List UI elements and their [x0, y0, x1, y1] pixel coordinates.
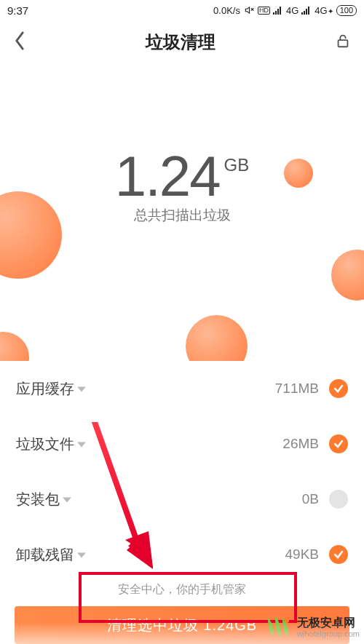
hero-subtitle: 总共扫描出垃圾 [0, 206, 364, 225]
row-size: 26MB [282, 436, 319, 452]
status-right: 0.0K/s HD 4G 4G✦ 100 [213, 5, 357, 16]
row-checkbox[interactable] [329, 490, 348, 509]
check-icon [333, 549, 344, 560]
status-bar: 9:37 0.0K/s HD 4G 4G✦ 100 [0, 0, 364, 20]
battery-icon: 100 [336, 5, 357, 16]
row-size: 711MB [275, 381, 319, 397]
svg-rect-3 [275, 11, 277, 15]
watermark: 无极安卓网 wjhotelgroup.com [264, 615, 360, 640]
chevron-left-icon [13, 31, 26, 51]
row-checkbox[interactable] [329, 545, 348, 564]
row-label: 卸载残留 [16, 545, 74, 565]
svg-rect-5 [280, 7, 281, 15]
category-row-residual[interactable]: 卸载残留 49KB [0, 527, 364, 582]
caret-down-icon [77, 386, 86, 393]
app-header: 垃圾清理 [0, 20, 364, 64]
signal-icon-2 [301, 6, 312, 15]
svg-marker-13 [63, 497, 71, 502]
row-size: 0B [302, 491, 319, 507]
junk-size-unit: GB [224, 155, 250, 175]
back-button[interactable] [13, 31, 26, 54]
footer-hint: 安全中心，你的手机管家 [0, 582, 364, 597]
svg-marker-14 [77, 552, 86, 557]
header-action-button[interactable] [335, 32, 351, 52]
svg-rect-2 [273, 12, 274, 15]
row-label: 垃圾文件 [16, 434, 74, 454]
category-row-app-cache[interactable]: 应用缓存 711MB [0, 361, 364, 416]
watermark-url: wjhotelgroup.com [297, 629, 360, 638]
row-label: 应用缓存 [16, 379, 74, 399]
page-title: 垃圾清理 [26, 31, 335, 54]
watermark-title: 无极安卓网 [297, 616, 360, 629]
row-size: 49KB [285, 546, 319, 562]
junk-size-value: 1.24 [115, 148, 220, 204]
svg-rect-9 [308, 7, 309, 15]
status-time: 9:37 [7, 4, 28, 17]
hero-area: 1.24GB 总共扫描出垃圾 [0, 64, 364, 361]
decorative-circle [186, 315, 248, 361]
caret-down-icon [77, 441, 86, 448]
svg-rect-4 [277, 9, 279, 15]
check-icon [333, 438, 344, 450]
status-net1: 4G [286, 5, 298, 16]
row-checkbox[interactable] [329, 379, 348, 398]
check-icon [333, 383, 344, 394]
category-row-apk[interactable]: 安装包 0B [0, 472, 364, 527]
caret-down-icon [63, 496, 71, 504]
svg-point-20 [285, 619, 289, 623]
status-netspeed: 0.0K/s [213, 5, 240, 16]
row-label: 安装包 [16, 490, 60, 509]
lock-icon [335, 32, 351, 49]
row-checkbox[interactable] [329, 434, 348, 453]
decorative-circle [0, 332, 29, 361]
status-net2: 4G✦ [314, 5, 333, 16]
junk-category-list: 应用缓存 711MB 垃圾文件 26MB 安装包 0B 卸载残留 [0, 361, 364, 582]
svg-rect-6 [301, 12, 303, 15]
caret-down-icon [77, 552, 86, 559]
hd-icon: HD [258, 7, 270, 15]
signal-icon-1 [273, 6, 283, 15]
svg-rect-8 [306, 9, 307, 15]
decorative-circle [331, 250, 364, 301]
watermark-logo-icon [264, 615, 293, 640]
svg-rect-10 [339, 40, 348, 47]
mute-icon [243, 5, 255, 15]
svg-marker-11 [77, 386, 86, 391]
svg-marker-12 [77, 442, 86, 447]
category-row-junk-files[interactable]: 垃圾文件 26MB [0, 416, 364, 472]
svg-rect-7 [304, 11, 305, 15]
